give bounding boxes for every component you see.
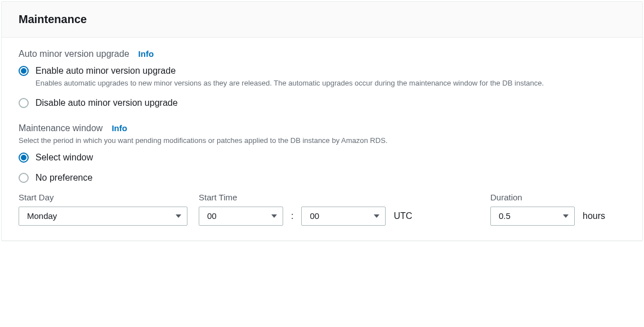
maintenance-panel: Maintenance Auto minor version upgrade I… — [1, 1, 643, 241]
radio-enable-auto-upgrade[interactable]: Enable auto minor version upgrade Enable… — [19, 65, 625, 89]
radio-enable-desc: Enables automatic upgrades to new minor … — [35, 78, 625, 89]
maintenance-window-section: Maintenance window Info Select the perio… — [19, 123, 625, 185]
radio-select-title: Select window — [35, 151, 625, 164]
radio-disable-auto-upgrade[interactable]: Disable auto minor version upgrade — [19, 97, 625, 109]
maint-window-info-link[interactable]: Info — [111, 123, 127, 133]
radio-icon — [19, 153, 29, 163]
radio-select-content: Select window — [35, 151, 625, 164]
maint-window-label-row: Maintenance window Info — [19, 123, 625, 133]
auto-upgrade-label-row: Auto minor version upgrade Info — [19, 49, 625, 59]
start-time-hour-value: 00 — [207, 211, 217, 221]
radio-select-window[interactable]: Select window — [19, 151, 625, 164]
chevron-down-icon — [563, 214, 569, 218]
panel-header: Maintenance — [2, 2, 642, 38]
radio-enable-content: Enable auto minor version upgrade Enable… — [35, 65, 625, 89]
maint-window-label: Maintenance window — [19, 123, 102, 133]
start-day-group: Start Day Monday — [19, 192, 187, 226]
time-separator: : — [291, 211, 293, 221]
radio-nopref-content: No preference — [35, 172, 625, 184]
auto-upgrade-info-link[interactable]: Info — [138, 49, 154, 59]
duration-group: Duration 0.5 hours — [490, 192, 625, 226]
duration-label: Duration — [490, 192, 625, 202]
panel-body: Auto minor version upgrade Info Enable a… — [2, 38, 642, 240]
auto-upgrade-section: Auto minor version upgrade Info Enable a… — [19, 49, 625, 110]
radio-icon — [19, 66, 29, 76]
hours-suffix: hours — [583, 211, 605, 221]
chevron-down-icon — [176, 214, 181, 218]
timezone-label: UTC — [393, 211, 412, 221]
auto-upgrade-label: Auto minor version upgrade — [19, 49, 129, 59]
start-time-hour-select[interactable]: 00 — [199, 207, 283, 226]
start-day-value: Monday — [27, 211, 57, 221]
start-day-label: Start Day — [19, 192, 187, 202]
chevron-down-icon — [374, 214, 379, 218]
start-time-minute-select[interactable]: 00 — [301, 207, 386, 226]
duration-value: 0.5 — [499, 211, 511, 221]
radio-disable-title: Disable auto minor version upgrade — [35, 97, 625, 109]
radio-disable-content: Disable auto minor version upgrade — [35, 97, 625, 109]
duration-select[interactable]: 0.5 — [490, 207, 575, 226]
start-day-select[interactable]: Monday — [19, 207, 187, 226]
duration-row: 0.5 hours — [490, 207, 625, 226]
radio-icon — [19, 98, 29, 108]
maint-window-desc: Select the period in which you want pend… — [19, 136, 625, 146]
chevron-down-icon — [271, 214, 277, 218]
radio-icon — [19, 173, 29, 183]
panel-title: Maintenance — [19, 13, 625, 26]
start-time-row: 00 : 00 UTC — [199, 207, 479, 226]
radio-nopref-title: No preference — [35, 172, 625, 184]
radio-enable-title: Enable auto minor version upgrade — [35, 65, 625, 77]
start-time-group: Start Time 00 : 00 UTC — [199, 192, 479, 226]
start-time-minute-value: 00 — [310, 211, 319, 221]
start-time-label: Start Time — [199, 192, 479, 202]
window-controls-row: Start Day Monday Start Time 00 : 00 — [19, 192, 625, 226]
radio-no-preference[interactable]: No preference — [19, 172, 625, 184]
